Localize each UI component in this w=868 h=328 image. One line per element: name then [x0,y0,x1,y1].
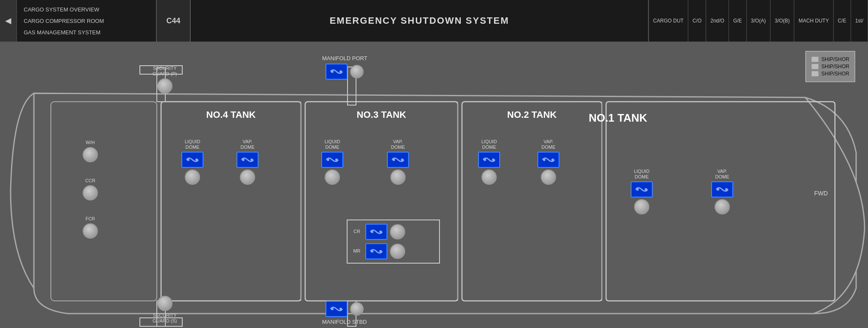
top-header: ◄ CARGO SYSTEM OVERVIEW CARGO COMPRESSOR… [0,0,868,42]
manifold-port-controls [326,64,364,80]
svg-point-21 [250,158,253,161]
tank4-liquid-dome-label: LIQUIDDOME [185,139,200,150]
tank1-container: NO.1 TANK LIQUIDDOME VAP.DOME FWD [609,105,836,299]
nav-item-compressor-room[interactable]: CARGO COMPRESSOR ROOM [20,15,153,27]
duty-tab-cargo[interactable]: CARGO DUT [649,0,688,42]
tank4-vap-dome-dial[interactable] [240,170,255,185]
tank4-container: NO.4 TANK LIQUIDDOME VAP.DOME [164,105,298,299]
tank3-liquid-dome-dial[interactable] [325,170,340,185]
ccr-dial[interactable] [83,185,98,200]
cr-dial[interactable] [390,224,405,239]
svg-point-16 [331,308,334,310]
svg-point-32 [543,158,545,161]
svg-point-35 [645,188,647,191]
legend-label-1: SHIP/SHOR [821,56,849,62]
duty-tab-mach[interactable]: MACH DUTY [794,0,833,42]
manifold-stbd-blue-btn[interactable] [326,301,348,317]
svg-point-24 [392,158,395,161]
tank2-liquid-dome: LIQUIDDOME [478,139,500,185]
back-button[interactable]: ◄ [0,0,17,42]
manifold-port-label: MANIFOLD PORT [322,55,367,62]
svg-point-28 [371,250,373,253]
legend-label-3: SHIP/SHOR [821,71,849,77]
tank1-liquid-dome: LIQUIDDOME [631,169,653,214]
manifold-port-dial[interactable] [350,65,364,78]
tank2-liquid-dome-dial[interactable] [481,170,497,185]
tank3-vap-dome-btn[interactable] [387,152,409,168]
svg-point-25 [401,158,403,161]
svg-point-26 [371,231,373,233]
tank2-vap-dome-label: VAP.DOME [542,139,556,150]
manifold-stbd: MANIFOLD STBD [322,301,367,325]
svg-point-15 [339,70,342,73]
nav-item-gas-management[interactable]: GAS MANAGEMENT SYSTEM [20,27,153,38]
fcr-label: FCR [86,216,95,222]
nav-item-cargo-overview[interactable]: CARGO SYSTEM OVERVIEW [20,4,153,15]
tank1-liquid-dome-btn[interactable] [631,181,653,197]
security-guard-p-dial[interactable] [157,78,172,94]
tank1-title: NO.1 TANK [589,111,647,125]
legend-item-1: SHIP/SHOR [811,56,849,62]
tank4-liquid-dome-btn[interactable] [181,152,203,168]
page-title: EMERGENCY SHUTDOWN SYSTEM [191,0,649,42]
svg-point-17 [339,308,342,310]
tank3-vap-dome-label: VAP.DOME [391,139,405,150]
security-guard-s-label: SECURITYGUARD (S) [153,313,177,324]
fcr-dial[interactable] [83,223,98,239]
manifold-port-blue-btn[interactable] [326,64,348,80]
cr-blue-btn[interactable] [365,224,387,240]
tank3-liquid-dome-btn[interactable] [321,152,343,168]
tank1-vap-dome-btn[interactable] [711,181,733,197]
manifold-stbd-label: MANIFOLD STBD [322,319,367,325]
svg-point-30 [484,158,486,161]
duty-tab-2ndo[interactable]: 2nd/O [706,0,729,42]
legend-item-3: SHIP/SHOR [811,71,849,77]
mr-label: MR [351,248,363,254]
svg-point-31 [492,158,495,161]
manifold-stbd-controls [326,301,364,317]
tank4-vap-dome-btn[interactable] [236,152,259,168]
cr-mr-box: CR MR [347,220,440,264]
tank1-vap-dome: VAP.DOME [711,169,733,214]
tank2-vap-dome-btn[interactable] [537,152,559,168]
mr-dial[interactable] [390,244,405,259]
tank2-vap-dome-dial[interactable] [541,170,556,185]
mr-blue-btn[interactable] [365,243,387,259]
duty-tab-3ob[interactable]: 3/O(B) [771,0,794,42]
wh-label: W/H [86,140,95,145]
tank4-liquid-dome: LIQUIDDOME [181,139,203,185]
tank2-container: NO.2 TANK LIQUIDDOME VAP.DOME [465,105,598,299]
cr-label: CR [351,229,363,234]
duty-tab-ce[interactable]: C/E [834,0,851,42]
duty-tab-3oa[interactable]: 3/O(A) [747,0,771,42]
svg-point-14 [331,70,334,73]
wh-dial[interactable] [83,147,98,162]
tank1-liquid-dome-dial[interactable] [634,199,649,214]
tank2-liquid-dome-btn[interactable] [478,152,500,168]
tank3-liquid-dome-label: LIQUIDDOME [325,139,340,150]
nav-menu: CARGO SYSTEM OVERVIEW CARGO COMPRESSOR R… [17,2,156,40]
svg-point-18 [187,158,189,161]
nav-left: ◄ CARGO SYSTEM OVERVIEW CARGO COMPRESSOR… [0,0,157,42]
ccr-section: CCR [83,178,98,200]
tank4-liquid-dome-dial[interactable] [185,170,200,185]
tank1-vap-dome-dial[interactable] [715,199,730,214]
main-content: SHIP/SHOR SHIP/SHOR SHIP/SHOR W/H CCR FC… [0,42,868,328]
svg-point-20 [242,158,245,161]
tank3-vap-dome: VAP.DOME [387,139,409,185]
legend-box-3 [811,71,819,77]
manifold-stbd-dial[interactable] [350,302,364,316]
tank1-liquid-dome-label: LIQUIDDOME [634,169,650,180]
legend: SHIP/SHOR SHIP/SHOR SHIP/SHOR [805,51,855,82]
tank3-liquid-dome: LIQUIDDOME [321,139,343,185]
svg-point-19 [195,158,198,161]
security-guard-p: SECURITY GUARD (P) [153,66,177,94]
c44-label: C44 [157,0,191,42]
tank2-vap-dome: VAP.DOME [537,139,559,185]
svg-point-37 [725,188,728,191]
svg-point-29 [379,250,382,253]
tank3-vap-dome-dial[interactable] [390,170,406,185]
duty-tab-1st[interactable]: 1st/ [851,0,868,42]
duty-tab-co[interactable]: C/O [688,0,706,42]
duty-tab-ge[interactable]: G/E [729,0,747,42]
